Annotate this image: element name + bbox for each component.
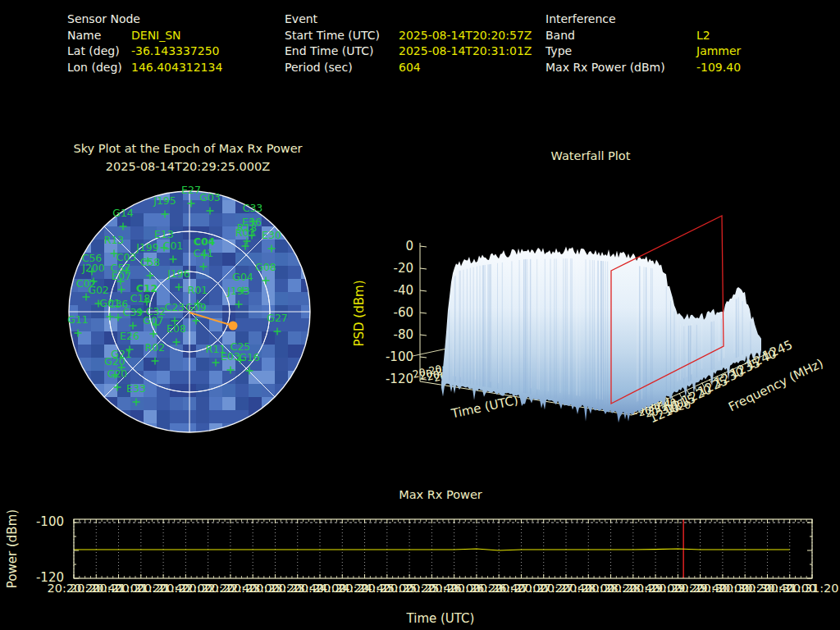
- psd-tick-label: -100: [386, 349, 413, 364]
- satellite-label: E13: [154, 228, 174, 240]
- satellite-label: G07: [143, 314, 164, 326]
- satellite-label: R13: [104, 234, 125, 246]
- satellite-label: J200: [81, 262, 105, 274]
- satellite-label: C39: [123, 306, 144, 318]
- satellite-label: G02: [88, 284, 109, 296]
- satellite-label: E27: [181, 184, 201, 196]
- time-tick-label: 20:31:20: [785, 582, 838, 595]
- psd-tick-label: -20: [394, 261, 414, 276]
- satellite-label: E33: [126, 382, 146, 395]
- satellite-label: G14: [112, 207, 134, 219]
- sky-plot: E27G03J195G14E13R13C33E36R18R03E30C56C03…: [52, 174, 327, 450]
- satellite-label: G09: [185, 301, 207, 313]
- satellite-label: C20: [107, 368, 128, 380]
- power-plot: 20:20:2020:20:4020:21:0020:21:2020:21:40…: [5, 509, 839, 595]
- satellite-label: C58: [140, 256, 161, 268]
- satellite-label: G08: [255, 261, 276, 273]
- satellite-label: R01: [188, 284, 208, 296]
- power-tick-label: -100: [36, 514, 64, 529]
- satellite-label: G16: [239, 351, 260, 363]
- psd-tick-label: -60: [394, 305, 414, 320]
- satellite-label: G20: [104, 355, 126, 368]
- psd-axis-label: PSD (dBm): [352, 280, 367, 346]
- satellite-label: R02: [145, 341, 166, 354]
- psd-tick-label: -120: [386, 372, 413, 386]
- satellite-label: J199: [135, 241, 159, 253]
- psd-tick-label: -80: [394, 327, 414, 342]
- satellite-label: G04: [232, 271, 253, 283]
- satellite-label: G03: [199, 191, 221, 203]
- satellite-label: E26: [120, 330, 139, 342]
- satellite-label: R03: [235, 226, 256, 239]
- satellite-label: C01: [163, 240, 184, 252]
- satellite-label: E03: [221, 350, 240, 363]
- satellite-label: C41: [194, 247, 214, 259]
- satellite-label: C04: [194, 235, 216, 248]
- satellite-label: G11: [67, 313, 89, 326]
- psd-tick-label: 0: [405, 239, 413, 253]
- power-axis-label: Power (dBm): [5, 509, 20, 588]
- satellite-label: E08: [167, 322, 186, 335]
- psd-tick-label: -40: [394, 283, 414, 298]
- satellite-label: G27: [267, 312, 288, 324]
- satellite-label: C33: [243, 202, 263, 214]
- satellite-label: J193: [226, 285, 250, 297]
- satellite-label: E30: [262, 229, 281, 241]
- satellite-label: E07: [112, 270, 131, 282]
- satellite-label: J195: [153, 194, 176, 207]
- satellite-label: C18: [130, 292, 151, 304]
- satellite-label: J196: [167, 267, 190, 280]
- plots-canvas: E27G03J195G14E13R13C33E36R18R03E30C56C03…: [0, 0, 840, 630]
- dashboard: Sensor Node NameDENI_SN Lat (deg)-36.143…: [0, 0, 840, 630]
- waterfall-plot: 0-20-40-60-80-100-120PSD (dBm)1210121512…: [352, 216, 825, 426]
- power-tick-label: -120: [36, 570, 64, 585]
- satellite-label: C23: [165, 301, 185, 313]
- interference-marker: [229, 322, 238, 331]
- waterfall-time-axis-label: Time (UTC): [450, 393, 520, 422]
